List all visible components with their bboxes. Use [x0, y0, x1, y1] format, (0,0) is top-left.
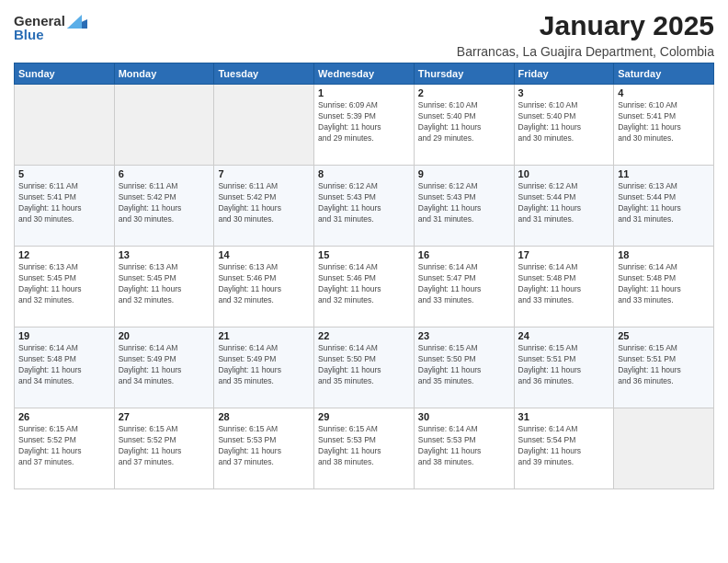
day-number: 24: [518, 330, 610, 341]
calendar-cell: 8Sunrise: 6:12 AM Sunset: 5:43 PM Daylig…: [314, 166, 415, 247]
day-number: 22: [318, 330, 410, 341]
calendar-week-row: 1Sunrise: 6:09 AM Sunset: 5:39 PM Daylig…: [15, 85, 714, 166]
header: General Blue January 2025 Barrancas, La …: [14, 9, 714, 59]
calendar-cell: 3Sunrise: 6:10 AM Sunset: 5:40 PM Daylig…: [514, 85, 614, 166]
calendar-cell: [114, 85, 214, 166]
calendar-cell: 19Sunrise: 6:14 AM Sunset: 5:48 PM Dayli…: [15, 327, 115, 408]
day-number: 15: [318, 249, 410, 260]
day-number: 3: [518, 87, 610, 98]
calendar-cell: 12Sunrise: 6:13 AM Sunset: 5:45 PM Dayli…: [15, 247, 115, 327]
day-number: 11: [618, 168, 710, 179]
day-info: Sunrise: 6:10 AM Sunset: 5:40 PM Dayligh…: [518, 100, 610, 144]
day-info: Sunrise: 6:12 AM Sunset: 5:43 PM Dayligh…: [318, 181, 410, 225]
day-number: 1: [318, 87, 410, 98]
day-number: 14: [218, 249, 310, 260]
day-number: 31: [518, 411, 610, 422]
day-info: Sunrise: 6:14 AM Sunset: 5:53 PM Dayligh…: [418, 424, 510, 468]
calendar-week-row: 5Sunrise: 6:11 AM Sunset: 5:41 PM Daylig…: [15, 166, 714, 247]
calendar-cell: 25Sunrise: 6:15 AM Sunset: 5:51 PM Dayli…: [614, 327, 714, 408]
day-info: Sunrise: 6:14 AM Sunset: 5:48 PM Dayligh…: [518, 262, 610, 306]
calendar-cell: 18Sunrise: 6:14 AM Sunset: 5:48 PM Dayli…: [614, 247, 714, 327]
calendar-cell: 11Sunrise: 6:13 AM Sunset: 5:44 PM Dayli…: [614, 166, 714, 247]
day-info: Sunrise: 6:15 AM Sunset: 5:53 PM Dayligh…: [218, 424, 310, 468]
calendar-cell: 30Sunrise: 6:14 AM Sunset: 5:53 PM Dayli…: [414, 408, 514, 489]
day-info: Sunrise: 6:15 AM Sunset: 5:52 PM Dayligh…: [18, 424, 110, 468]
day-info: Sunrise: 6:11 AM Sunset: 5:41 PM Dayligh…: [18, 181, 110, 225]
day-number: 12: [18, 249, 110, 260]
day-number: 13: [119, 249, 210, 260]
calendar-cell: 28Sunrise: 6:15 AM Sunset: 5:53 PM Dayli…: [214, 408, 314, 489]
calendar-cell: 1Sunrise: 6:09 AM Sunset: 5:39 PM Daylig…: [314, 85, 415, 166]
calendar-week-row: 26Sunrise: 6:15 AM Sunset: 5:52 PM Dayli…: [15, 408, 714, 489]
header-sunday: Sunday: [15, 63, 115, 85]
calendar-cell: 31Sunrise: 6:14 AM Sunset: 5:54 PM Dayli…: [514, 408, 614, 489]
svg-marker-1: [67, 15, 82, 29]
calendar-cell: 7Sunrise: 6:11 AM Sunset: 5:42 PM Daylig…: [214, 166, 314, 247]
day-info: Sunrise: 6:14 AM Sunset: 5:48 PM Dayligh…: [18, 343, 110, 387]
day-info: Sunrise: 6:11 AM Sunset: 5:42 PM Dayligh…: [119, 181, 210, 225]
calendar-cell: 21Sunrise: 6:14 AM Sunset: 5:49 PM Dayli…: [214, 327, 314, 408]
day-info: Sunrise: 6:12 AM Sunset: 5:43 PM Dayligh…: [418, 181, 510, 225]
day-info: Sunrise: 6:12 AM Sunset: 5:44 PM Dayligh…: [518, 181, 610, 225]
day-number: 30: [418, 411, 510, 422]
day-number: 17: [518, 249, 610, 260]
calendar-header-row: Sunday Monday Tuesday Wednesday Thursday…: [15, 63, 714, 85]
calendar-cell: 9Sunrise: 6:12 AM Sunset: 5:43 PM Daylig…: [414, 166, 514, 247]
day-info: Sunrise: 6:13 AM Sunset: 5:45 PM Dayligh…: [18, 262, 110, 306]
calendar-cell: 27Sunrise: 6:15 AM Sunset: 5:52 PM Dayli…: [114, 408, 214, 489]
day-info: Sunrise: 6:10 AM Sunset: 5:41 PM Dayligh…: [618, 100, 710, 144]
calendar-cell: [214, 85, 314, 166]
title-block: January 2025 Barrancas, La Guajira Depar…: [457, 9, 714, 59]
day-number: 26: [18, 411, 110, 422]
calendar-cell: 5Sunrise: 6:11 AM Sunset: 5:41 PM Daylig…: [15, 166, 115, 247]
calendar-cell: 2Sunrise: 6:10 AM Sunset: 5:40 PM Daylig…: [414, 85, 514, 166]
day-info: Sunrise: 6:15 AM Sunset: 5:51 PM Dayligh…: [618, 343, 710, 387]
calendar-cell: 14Sunrise: 6:13 AM Sunset: 5:46 PM Dayli…: [214, 247, 314, 327]
day-info: Sunrise: 6:15 AM Sunset: 5:50 PM Dayligh…: [418, 343, 510, 387]
day-info: Sunrise: 6:09 AM Sunset: 5:39 PM Dayligh…: [318, 100, 410, 144]
header-thursday: Thursday: [414, 63, 514, 85]
day-number: 9: [418, 168, 510, 179]
day-number: 2: [418, 87, 510, 98]
calendar-cell: 24Sunrise: 6:15 AM Sunset: 5:51 PM Dayli…: [514, 327, 614, 408]
calendar-cell: 10Sunrise: 6:12 AM Sunset: 5:44 PM Dayli…: [514, 166, 614, 247]
calendar-cell: 23Sunrise: 6:15 AM Sunset: 5:50 PM Dayli…: [414, 327, 514, 408]
calendar-cell: 13Sunrise: 6:13 AM Sunset: 5:45 PM Dayli…: [114, 247, 214, 327]
day-info: Sunrise: 6:14 AM Sunset: 5:54 PM Dayligh…: [518, 424, 610, 468]
day-info: Sunrise: 6:15 AM Sunset: 5:52 PM Dayligh…: [119, 424, 210, 468]
day-info: Sunrise: 6:11 AM Sunset: 5:42 PM Dayligh…: [218, 181, 310, 225]
day-info: Sunrise: 6:10 AM Sunset: 5:40 PM Dayligh…: [418, 100, 510, 144]
day-number: 8: [318, 168, 410, 179]
title-month-year: January 2025: [457, 9, 714, 42]
day-info: Sunrise: 6:14 AM Sunset: 5:48 PM Dayligh…: [618, 262, 710, 306]
calendar-cell: 15Sunrise: 6:14 AM Sunset: 5:46 PM Dayli…: [314, 247, 415, 327]
day-number: 6: [119, 168, 210, 179]
calendar-cell: 20Sunrise: 6:14 AM Sunset: 5:49 PM Dayli…: [114, 327, 214, 408]
day-number: 21: [218, 330, 310, 341]
day-info: Sunrise: 6:13 AM Sunset: 5:45 PM Dayligh…: [119, 262, 210, 306]
day-info: Sunrise: 6:14 AM Sunset: 5:47 PM Dayligh…: [418, 262, 510, 306]
day-number: 16: [418, 249, 510, 260]
page: General Blue January 2025 Barrancas, La …: [0, 0, 728, 563]
calendar-cell: 29Sunrise: 6:15 AM Sunset: 5:53 PM Dayli…: [314, 408, 415, 489]
day-number: 28: [218, 411, 310, 422]
day-number: 5: [18, 168, 110, 179]
title-location: Barrancas, La Guajira Department, Colomb…: [457, 44, 714, 59]
day-info: Sunrise: 6:15 AM Sunset: 5:51 PM Dayligh…: [518, 343, 610, 387]
day-number: 25: [618, 330, 710, 341]
calendar-cell: 17Sunrise: 6:14 AM Sunset: 5:48 PM Dayli…: [514, 247, 614, 327]
day-info: Sunrise: 6:14 AM Sunset: 5:49 PM Dayligh…: [119, 343, 210, 387]
logo-blue: Blue: [14, 27, 44, 42]
day-number: 18: [618, 249, 710, 260]
day-number: 23: [418, 330, 510, 341]
day-number: 29: [318, 411, 410, 422]
calendar-week-row: 12Sunrise: 6:13 AM Sunset: 5:45 PM Dayli…: [15, 247, 714, 327]
day-info: Sunrise: 6:13 AM Sunset: 5:44 PM Dayligh…: [618, 181, 710, 225]
day-number: 27: [119, 411, 210, 422]
day-number: 10: [518, 168, 610, 179]
header-wednesday: Wednesday: [314, 63, 415, 85]
logo: General Blue: [14, 13, 87, 42]
day-info: Sunrise: 6:15 AM Sunset: 5:53 PM Dayligh…: [318, 424, 410, 468]
day-number: 20: [119, 330, 210, 341]
header-friday: Friday: [514, 63, 614, 85]
